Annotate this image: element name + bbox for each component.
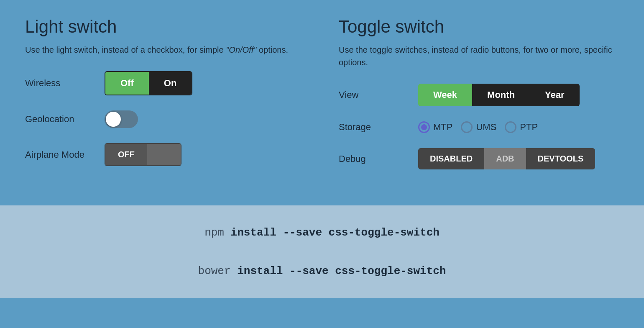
view-week-option[interactable]: Week	[418, 84, 472, 106]
debug-devtools-option[interactable]: DEVTOOLS	[526, 148, 595, 169]
wireless-on-option[interactable]: On	[149, 72, 192, 95]
light-switch-panel: Light switch Use the light switch, inste…	[25, 17, 322, 184]
npm-command: npm	[204, 226, 224, 239]
npm-rest: install --save css-toggle-switch	[231, 226, 440, 239]
debug-adb-option[interactable]: ADB	[484, 148, 526, 169]
storage-ptp-label: PTP	[520, 122, 538, 133]
storage-mtp-item[interactable]: MTP	[418, 121, 452, 133]
geolocation-row: Geolocation	[25, 110, 305, 128]
toggle-switch-description: Use the toggle switches, instead of radi…	[339, 44, 619, 69]
view-year-option[interactable]: Year	[530, 84, 580, 106]
bower-command: bower	[198, 265, 231, 277]
wireless-label: Wireless	[25, 78, 92, 89]
storage-row: Storage MTP UMS PTP	[339, 121, 619, 133]
light-switch-description: Use the light switch, instead of a check…	[25, 44, 305, 56]
storage-radio-group: MTP UMS PTP	[418, 121, 538, 133]
storage-ums-item[interactable]: UMS	[461, 121, 496, 133]
storage-label: Storage	[339, 122, 406, 133]
debug-row: Debug DISABLED ADB DEVTOOLS	[339, 148, 619, 169]
view-row: View Week Month Year	[339, 84, 619, 106]
storage-mtp-label: MTP	[433, 122, 452, 133]
light-switch-title: Light switch	[25, 17, 305, 37]
view-toggle[interactable]: Week Month Year	[418, 84, 580, 106]
debug-disabled-option[interactable]: DISABLED	[418, 148, 484, 169]
bower-install-line: bower install --save css-toggle-switch	[198, 261, 446, 282]
storage-ums-label: UMS	[476, 122, 496, 133]
wireless-row: Wireless Off On	[25, 71, 305, 95]
install-section: npm install --save css-toggle-switch bow…	[0, 205, 644, 298]
view-label: View	[339, 90, 406, 100]
wireless-off-option[interactable]: Off	[105, 72, 149, 95]
storage-ptp-item[interactable]: PTP	[505, 121, 538, 133]
geolocation-label: Geolocation	[25, 114, 92, 125]
airplane-on-option[interactable]	[147, 144, 181, 165]
storage-ums-radio[interactable]	[461, 121, 473, 133]
bower-rest: install --save css-toggle-switch	[237, 265, 446, 277]
storage-ptp-radio[interactable]	[505, 121, 516, 133]
toggle-switch-title: Toggle switch	[339, 17, 619, 37]
airplane-switch[interactable]: OFF	[105, 143, 181, 166]
wireless-switch[interactable]: Off On	[105, 71, 192, 95]
toggle-switch-panel: Toggle switch Use the toggle switches, i…	[322, 17, 619, 184]
geolocation-toggle[interactable]	[105, 110, 138, 128]
airplane-mode-row: Airplane Mode OFF	[25, 143, 305, 166]
npm-install-line: npm install --save css-toggle-switch	[204, 222, 440, 243]
view-month-option[interactable]: Month	[472, 84, 530, 106]
airplane-off-option[interactable]: OFF	[105, 144, 147, 165]
toggle-pill-knob	[106, 112, 121, 127]
airplane-mode-label: Airplane Mode	[25, 149, 92, 160]
debug-label: Debug	[339, 154, 406, 164]
debug-switch[interactable]: DISABLED ADB DEVTOOLS	[418, 148, 595, 169]
storage-mtp-radio[interactable]	[418, 121, 430, 133]
